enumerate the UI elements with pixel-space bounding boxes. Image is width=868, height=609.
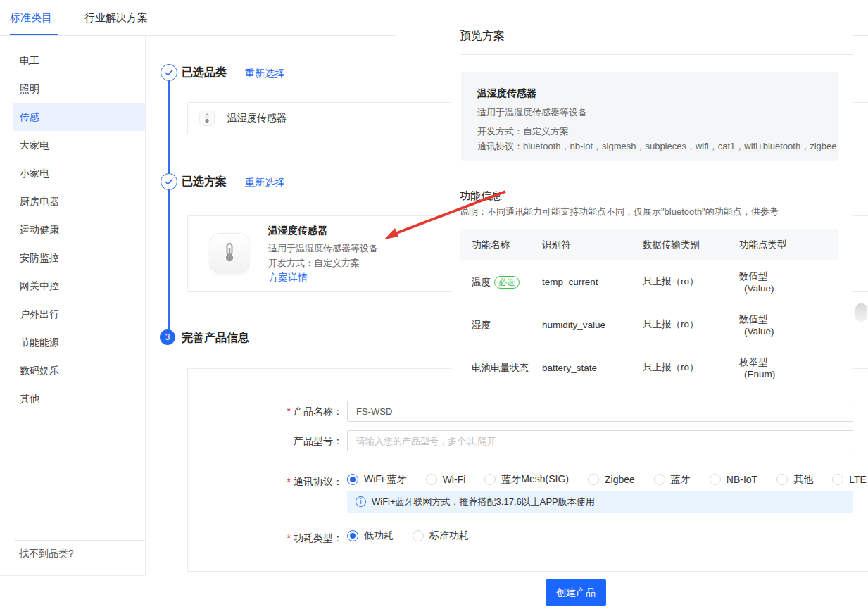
- protocol-radio-option[interactable]: Zigbee: [588, 474, 635, 485]
- protocol-radio-option[interactable]: LTE Cat.1: [832, 474, 868, 485]
- sidebar-item[interactable]: 安防监控: [0, 244, 145, 272]
- radio-icon[interactable]: [413, 530, 424, 541]
- protocol-radio-option[interactable]: 蓝牙: [654, 473, 691, 486]
- sidebar-item[interactable]: 电工: [0, 46, 145, 75]
- protocol-radio-option[interactable]: Wi-Fi: [426, 474, 466, 485]
- tabbar-border-fragment: [853, 35, 868, 36]
- protocol-hint: i WiFi+蓝牙联网方式，推荐搭配3.17.6以上APP版本使用: [347, 491, 853, 513]
- power-type-radio-option[interactable]: 低功耗: [347, 529, 394, 542]
- protocol-label: *通讯协议：: [188, 476, 343, 489]
- preview-protocols: 通讯协议：bluetooth，nb-iot，sigmesh，subpieces，…: [477, 140, 836, 153]
- step1-reselect-link[interactable]: 重新选择: [245, 68, 284, 80]
- required-asterisk: *: [287, 406, 291, 417]
- protocol-radio-option[interactable]: 其他: [776, 473, 813, 486]
- function-type-cell: 枚举型(Enum): [739, 356, 838, 379]
- solution-desc: 适用于温湿度传感器等设备: [268, 242, 378, 255]
- function-code-cell: battery_state: [542, 363, 643, 373]
- required-asterisk: *: [287, 532, 291, 544]
- thermometer-app-icon: [210, 233, 249, 272]
- step1-title: 已选品类: [182, 65, 227, 80]
- function-transfer-cell: 只上报（ro）: [643, 318, 739, 331]
- function-transfer-cell: 只上报（ro）: [643, 361, 739, 374]
- power-type-options: 低功耗标准功耗: [347, 528, 469, 544]
- category-sidebar: 电工照明传感大家电小家电厨房电器运动健康安防监控网关中控户外出行节能能源数码娱乐…: [0, 36, 146, 576]
- product-name-input[interactable]: [347, 401, 853, 422]
- function-name-cell: 电池电量状态: [472, 361, 542, 375]
- selected-category-name: 温湿度传感器: [227, 112, 287, 125]
- product-name-label: *产品名称：: [188, 406, 343, 418]
- step2-check-icon: [161, 173, 177, 190]
- step3-number-icon: 3: [160, 329, 175, 345]
- protocol-radio-option[interactable]: WiFi-蓝牙: [347, 473, 407, 486]
- sidebar-item[interactable]: 网关中控: [0, 272, 145, 300]
- sidebar-item[interactable]: 传感: [13, 103, 145, 131]
- create-product-button[interactable]: 创建产品: [546, 579, 606, 606]
- sidebar-item[interactable]: 小家电: [0, 159, 145, 187]
- radio-label: LTE Cat.1: [849, 474, 868, 485]
- tab-industry-solution[interactable]: 行业解决方案: [84, 11, 148, 25]
- function-table-row: 电池电量状态battery_state只上报（ro）枚举型(Enum): [460, 346, 838, 389]
- function-table-row: 温度必选temp_current只上报（ro）数值型(Value): [460, 260, 838, 303]
- radio-icon[interactable]: [588, 474, 599, 485]
- step2-reselect-link[interactable]: 重新选择: [245, 177, 284, 189]
- function-table-header-cell: 功能点类型: [739, 239, 838, 251]
- function-name-cell: 温度必选: [472, 275, 542, 289]
- radio-label: Wi-Fi: [443, 474, 466, 485]
- radio-icon[interactable]: [347, 474, 358, 485]
- radio-label: 蓝牙Mesh(SIG): [501, 473, 569, 486]
- function-code-cell: humidity_value: [542, 320, 643, 330]
- preview-solution-name: 温湿度传感器: [477, 87, 536, 100]
- product-model-label: 产品型号：: [188, 435, 343, 448]
- scrollbar-thumb[interactable]: [855, 303, 867, 322]
- protocol-hint-text: WiFi+蓝牙联网方式，推荐搭配3.17.6以上APP版本使用: [372, 496, 595, 508]
- radio-label: NB-IoT: [727, 474, 757, 485]
- sidebar-item[interactable]: 运动健康: [0, 215, 145, 244]
- category-list: 电工照明传感大家电小家电厨房电器运动健康安防监控网关中控户外出行节能能源数码娱乐…: [0, 36, 145, 413]
- power-type-label: *功耗类型：: [188, 532, 343, 545]
- protocol-radio-option[interactable]: NB-IoT: [710, 474, 757, 485]
- create-product-page: 标准类目 行业解决方案 电工照明传感大家电小家电厨房电器运动健康安防监控网关中控…: [0, 0, 868, 609]
- sidebar-item[interactable]: 数码娱乐: [0, 356, 145, 384]
- preview-divider: [460, 54, 853, 55]
- sidebar-divider: [14, 540, 145, 541]
- function-table-header-cell: 数据传输类别: [643, 239, 739, 251]
- sidebar-item[interactable]: 其他: [0, 384, 145, 413]
- radio-icon[interactable]: [832, 474, 843, 485]
- radio-label: 蓝牙: [671, 473, 691, 486]
- required-asterisk: *: [287, 476, 291, 487]
- preview-summary-card: 温湿度传感器 适用于温湿度传感器等设备 开发方式：自定义方案 通讯协议：blue…: [461, 72, 838, 161]
- radio-icon[interactable]: [484, 474, 496, 485]
- radio-icon[interactable]: [776, 474, 788, 485]
- function-transfer-cell: 只上报（ro）: [643, 275, 739, 288]
- radio-icon[interactable]: [347, 530, 358, 541]
- sidebar-item[interactable]: 户外出行: [0, 300, 145, 328]
- function-name-cell: 湿度: [472, 318, 542, 332]
- sidebar-item[interactable]: 大家电: [0, 131, 145, 159]
- protocol-radio-option[interactable]: 蓝牙Mesh(SIG): [484, 473, 569, 486]
- sidebar-item[interactable]: 照明: [0, 75, 145, 103]
- power-type-radio-option[interactable]: 标准功耗: [413, 529, 469, 542]
- info-icon: i: [356, 496, 366, 507]
- preview-solution-desc: 适用于温湿度传感器等设备: [477, 106, 587, 119]
- radio-icon[interactable]: [710, 474, 721, 485]
- step2-title: 已选方案: [182, 175, 227, 189]
- function-table: 功能名称识别符数据传输类别功能点类型 温度必选temp_current只上报（r…: [460, 229, 838, 389]
- product-model-input[interactable]: [347, 430, 853, 451]
- solution-detail-link[interactable]: 方案详情: [268, 272, 308, 284]
- radio-label: 低功耗: [364, 529, 394, 542]
- product-info-form: *产品名称： 产品型号： *通讯协议： WiFi-蓝牙Wi-Fi蓝牙Mesh(S…: [187, 368, 868, 572]
- radio-icon[interactable]: [426, 474, 437, 485]
- function-table-header-cell: 功能名称: [472, 239, 542, 251]
- tab-standard-category[interactable]: 标准类目: [10, 11, 52, 25]
- cant-find-category-link[interactable]: 找不到品类?: [19, 548, 74, 560]
- sidebar-item[interactable]: 厨房电器: [0, 187, 145, 215]
- radio-label: 标准功耗: [429, 529, 469, 542]
- sidebar-item[interactable]: 节能能源: [0, 328, 145, 356]
- function-table-header: 功能名称识别符数据传输类别功能点类型: [460, 229, 838, 260]
- required-badge: 必选: [494, 276, 520, 289]
- function-info-title: 功能信息: [460, 189, 502, 203]
- preview-dev-mode: 开发方式：自定义方案: [477, 125, 569, 138]
- radio-icon[interactable]: [654, 474, 665, 485]
- preview-panel: 预览方案 温湿度传感器 适用于温湿度传感器等设备 开发方式：自定义方案 通讯协议…: [451, 21, 853, 394]
- function-type-cell: 数值型(Value): [739, 313, 838, 337]
